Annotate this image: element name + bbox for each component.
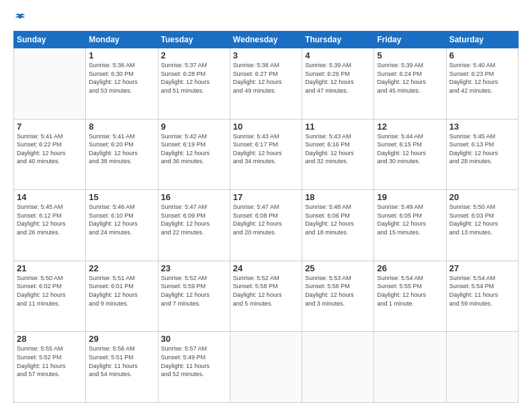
calendar-cell: 27Sunrise: 5:54 AM Sunset: 5:54 PM Dayli… [446, 261, 518, 332]
day-number: 5 [377, 50, 443, 60]
weekday-header-tuesday: Tuesday [158, 32, 230, 48]
weekday-header-monday: Monday [86, 32, 158, 48]
calendar-cell: 15Sunrise: 5:46 AM Sunset: 6:10 PM Dayli… [86, 190, 158, 261]
calendar-cell: 24Sunrise: 5:52 AM Sunset: 5:58 PM Dayli… [230, 261, 302, 332]
day-info: Sunrise: 5:55 AM Sunset: 5:52 PM Dayligh… [17, 345, 83, 378]
day-number: 25 [305, 263, 371, 273]
weekday-header-sunday: Sunday [14, 32, 86, 48]
day-number: 3 [233, 50, 299, 60]
day-number: 2 [161, 50, 227, 60]
calendar-cell: 19Sunrise: 5:49 AM Sunset: 6:05 PM Dayli… [374, 190, 446, 261]
day-info: Sunrise: 5:37 AM Sunset: 6:28 PM Dayligh… [161, 61, 227, 95]
week-row-4: 21Sunrise: 5:50 AM Sunset: 6:02 PM Dayli… [14, 261, 519, 332]
day-number: 10 [233, 122, 299, 132]
calendar-cell: 1Sunrise: 5:36 AM Sunset: 6:30 PM Daylig… [86, 48, 158, 120]
logo-text [13, 12, 26, 24]
calendar-cell: 18Sunrise: 5:48 AM Sunset: 6:06 PM Dayli… [302, 190, 374, 261]
day-info: Sunrise: 5:39 AM Sunset: 6:26 PM Dayligh… [305, 61, 371, 95]
day-number: 26 [377, 263, 443, 273]
day-info: Sunrise: 5:43 AM Sunset: 6:16 PM Dayligh… [305, 132, 371, 166]
calendar-cell: 26Sunrise: 5:54 AM Sunset: 5:55 PM Dayli… [374, 261, 446, 332]
day-number: 27 [449, 263, 515, 273]
day-number: 14 [17, 192, 83, 202]
day-info: Sunrise: 5:39 AM Sunset: 6:24 PM Dayligh… [377, 61, 443, 95]
calendar-cell: 29Sunrise: 5:56 AM Sunset: 5:51 PM Dayli… [86, 332, 158, 403]
day-info: Sunrise: 5:51 AM Sunset: 6:01 PM Dayligh… [89, 274, 154, 308]
day-number: 7 [17, 122, 83, 132]
day-info: Sunrise: 5:49 AM Sunset: 6:05 PM Dayligh… [377, 203, 443, 236]
calendar-cell: 16Sunrise: 5:47 AM Sunset: 6:09 PM Dayli… [158, 190, 230, 261]
page: SundayMondayTuesdayWednesdayThursdayFrid… [0, 0, 532, 411]
day-number: 12 [377, 122, 443, 132]
day-number: 23 [161, 263, 227, 273]
day-info: Sunrise: 5:50 AM Sunset: 6:02 PM Dayligh… [17, 274, 83, 308]
day-number: 24 [233, 263, 299, 273]
calendar-cell: 8Sunrise: 5:41 AM Sunset: 6:20 PM Daylig… [86, 119, 158, 190]
day-info: Sunrise: 5:48 AM Sunset: 6:06 PM Dayligh… [305, 203, 371, 236]
calendar-cell [446, 332, 518, 403]
calendar-cell: 5Sunrise: 5:39 AM Sunset: 6:24 PM Daylig… [374, 48, 446, 120]
day-info: Sunrise: 5:52 AM Sunset: 5:59 PM Dayligh… [161, 274, 227, 308]
day-number: 16 [161, 192, 227, 202]
day-info: Sunrise: 5:56 AM Sunset: 5:51 PM Dayligh… [89, 345, 154, 378]
day-number: 30 [161, 334, 227, 344]
day-info: Sunrise: 5:53 AM Sunset: 5:56 PM Dayligh… [305, 274, 371, 308]
calendar-cell: 25Sunrise: 5:53 AM Sunset: 5:56 PM Dayli… [302, 261, 374, 332]
day-info: Sunrise: 5:41 AM Sunset: 6:20 PM Dayligh… [89, 132, 154, 166]
day-info: Sunrise: 5:41 AM Sunset: 6:22 PM Dayligh… [17, 132, 83, 166]
day-number: 18 [305, 192, 371, 202]
weekday-header-friday: Friday [374, 32, 446, 48]
day-number: 15 [89, 192, 154, 202]
day-number: 13 [449, 122, 515, 132]
day-number: 29 [89, 334, 154, 344]
day-info: Sunrise: 5:47 AM Sunset: 6:08 PM Dayligh… [233, 203, 299, 236]
day-info: Sunrise: 5:57 AM Sunset: 5:49 PM Dayligh… [161, 345, 227, 378]
day-number: 21 [17, 263, 83, 273]
day-info: Sunrise: 5:42 AM Sunset: 6:19 PM Dayligh… [161, 132, 227, 166]
calendar-cell [302, 332, 374, 403]
day-info: Sunrise: 5:54 AM Sunset: 5:55 PM Dayligh… [377, 274, 443, 308]
calendar-cell: 23Sunrise: 5:52 AM Sunset: 5:59 PM Dayli… [158, 261, 230, 332]
calendar-cell: 22Sunrise: 5:51 AM Sunset: 6:01 PM Dayli… [86, 261, 158, 332]
logo [13, 12, 26, 24]
weekday-header-row: SundayMondayTuesdayWednesdayThursdayFrid… [14, 32, 519, 48]
calendar-table: SundayMondayTuesdayWednesdayThursdayFrid… [13, 31, 519, 403]
header [13, 12, 519, 24]
calendar-cell [230, 332, 302, 403]
day-number: 8 [89, 122, 154, 132]
calendar-cell: 28Sunrise: 5:55 AM Sunset: 5:52 PM Dayli… [14, 332, 86, 403]
day-info: Sunrise: 5:46 AM Sunset: 6:10 PM Dayligh… [89, 203, 154, 236]
day-number: 20 [449, 192, 515, 202]
calendar-cell: 21Sunrise: 5:50 AM Sunset: 6:02 PM Dayli… [14, 261, 86, 332]
day-number: 22 [89, 263, 154, 273]
calendar-cell: 20Sunrise: 5:50 AM Sunset: 6:03 PM Dayli… [446, 190, 518, 261]
calendar-cell: 9Sunrise: 5:42 AM Sunset: 6:19 PM Daylig… [158, 119, 230, 190]
calendar-cell: 11Sunrise: 5:43 AM Sunset: 6:16 PM Dayli… [302, 119, 374, 190]
calendar-cell: 17Sunrise: 5:47 AM Sunset: 6:08 PM Dayli… [230, 190, 302, 261]
day-info: Sunrise: 5:52 AM Sunset: 5:58 PM Dayligh… [233, 274, 299, 308]
week-row-2: 7Sunrise: 5:41 AM Sunset: 6:22 PM Daylig… [14, 119, 519, 190]
calendar-cell: 3Sunrise: 5:38 AM Sunset: 6:27 PM Daylig… [230, 48, 302, 120]
logo-bird-icon [14, 12, 26, 24]
calendar-cell: 10Sunrise: 5:43 AM Sunset: 6:17 PM Dayli… [230, 119, 302, 190]
day-number: 19 [377, 192, 443, 202]
calendar-cell: 7Sunrise: 5:41 AM Sunset: 6:22 PM Daylig… [14, 119, 86, 190]
calendar-cell: 14Sunrise: 5:45 AM Sunset: 6:12 PM Dayli… [14, 190, 86, 261]
day-info: Sunrise: 5:54 AM Sunset: 5:54 PM Dayligh… [449, 274, 515, 308]
day-info: Sunrise: 5:43 AM Sunset: 6:17 PM Dayligh… [233, 132, 299, 166]
calendar-cell: 30Sunrise: 5:57 AM Sunset: 5:49 PM Dayli… [158, 332, 230, 403]
day-info: Sunrise: 5:40 AM Sunset: 6:23 PM Dayligh… [449, 61, 515, 95]
day-number: 17 [233, 192, 299, 202]
day-info: Sunrise: 5:45 AM Sunset: 6:12 PM Dayligh… [17, 203, 83, 236]
calendar-cell [14, 48, 86, 120]
calendar-cell [374, 332, 446, 403]
day-number: 1 [89, 50, 154, 60]
calendar-cell: 6Sunrise: 5:40 AM Sunset: 6:23 PM Daylig… [446, 48, 518, 120]
day-info: Sunrise: 5:45 AM Sunset: 6:13 PM Dayligh… [449, 132, 515, 166]
day-number: 6 [449, 50, 515, 60]
weekday-header-wednesday: Wednesday [230, 32, 302, 48]
week-row-3: 14Sunrise: 5:45 AM Sunset: 6:12 PM Dayli… [14, 190, 519, 261]
calendar-cell: 2Sunrise: 5:37 AM Sunset: 6:28 PM Daylig… [158, 48, 230, 120]
day-info: Sunrise: 5:36 AM Sunset: 6:30 PM Dayligh… [89, 61, 154, 95]
weekday-header-saturday: Saturday [446, 32, 518, 48]
